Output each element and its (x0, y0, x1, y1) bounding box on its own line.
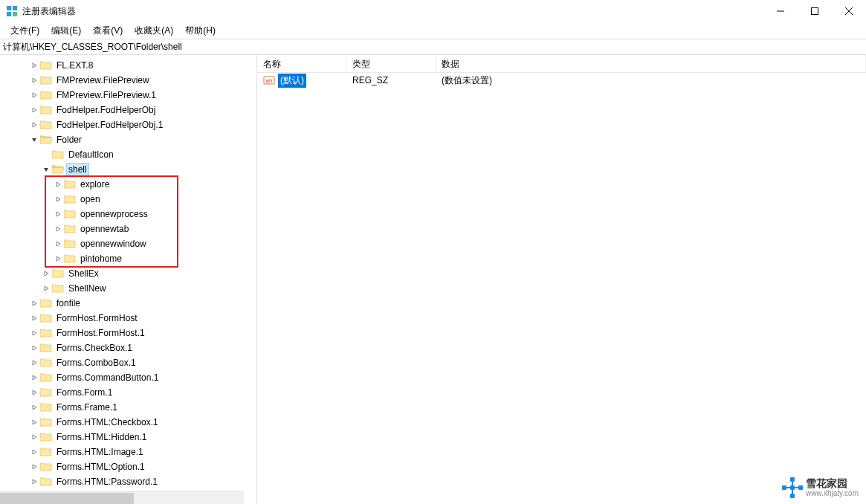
list-pane[interactable]: 名称 类型 数据 ab(默认)REG_SZ(数值未设置) (257, 55, 866, 504)
tree-item-label: DefaultIcon (67, 149, 115, 161)
menu-favorites[interactable]: 收藏夹(A) (129, 23, 179, 39)
folder-icon (64, 239, 76, 249)
tree-item[interactable]: Forms.HTML:Option.1 (0, 459, 256, 474)
tree-item[interactable]: Forms.HTML:Image.1 (0, 445, 256, 459)
tree-item[interactable]: Forms.HTML:Checkbox.1 (0, 415, 256, 430)
tree-item[interactable]: Forms.CheckBox.1 (0, 340, 256, 355)
chevron-right-icon[interactable] (30, 314, 39, 323)
menu-file[interactable]: 文件(F) (4, 23, 45, 39)
tree-item[interactable]: shell (0, 162, 256, 177)
chevron-right-icon[interactable] (54, 210, 62, 219)
tree-item[interactable]: Forms.Frame.1 (0, 400, 256, 415)
menu-edit[interactable]: 编辑(E) (45, 23, 87, 39)
tree-item[interactable]: pintohome (0, 251, 256, 266)
chevron-right-icon[interactable] (30, 448, 39, 456)
horizontal-scrollbar[interactable] (0, 491, 244, 504)
address-bar[interactable]: 计算机\HKEY_CLASSES_ROOT\Folder\shell (0, 39, 866, 55)
tree-item-label: opennewtab (79, 223, 130, 235)
tree-item[interactable]: ShellNew (0, 281, 256, 296)
folder-icon (40, 358, 52, 368)
tree-item[interactable]: Forms.HTML:Hidden.1 (0, 430, 256, 445)
folder-icon (40, 90, 52, 100)
tree-item[interactable]: open (0, 192, 256, 207)
chevron-right-icon[interactable] (54, 224, 62, 233)
chevron-right-icon[interactable] (54, 195, 62, 204)
chevron-right-icon[interactable] (54, 254, 62, 263)
tree-item[interactable]: opennewwindow (0, 236, 256, 251)
chevron-right-icon[interactable] (30, 299, 39, 308)
chevron-right-icon[interactable] (30, 120, 39, 129)
chevron-right-icon[interactable] (30, 418, 39, 427)
tree-item[interactable]: Forms.CommandButton.1 (0, 370, 256, 385)
folder-icon (64, 253, 76, 264)
tree-item[interactable]: Forms.Form.1 (0, 385, 256, 400)
tree-item[interactable]: fonfile (0, 296, 256, 311)
tree-item[interactable]: FormHost.FormHost (0, 311, 256, 326)
tree-item-label: opennewprocess (79, 208, 149, 220)
tree-item[interactable]: FMPreview.FilePreview (0, 73, 256, 88)
tree-item[interactable]: FMPreview.FilePreview.1 (0, 88, 256, 103)
tree-item[interactable]: explore (0, 177, 256, 192)
column-type[interactable]: 类型 (346, 55, 436, 72)
chevron-right-icon[interactable] (30, 462, 39, 471)
tree-item-label: FormHost.FormHost.1 (55, 327, 146, 339)
tree-item[interactable]: opennewtab (0, 222, 256, 236)
chevron-right-icon[interactable] (54, 180, 62, 189)
chevron-right-icon[interactable] (30, 91, 39, 100)
chevron-right-icon[interactable] (30, 329, 39, 337)
chevron-right-icon[interactable] (30, 106, 39, 114)
chevron-right-icon[interactable] (30, 343, 39, 352)
watermark-text: 雪花家园 www.xhjaty.com (806, 478, 859, 497)
tree-item[interactable]: FodHelper.FodHelperObj (0, 103, 256, 117)
watermark-sub: www.xhjaty.com (806, 489, 859, 497)
chevron-right-icon[interactable] (54, 239, 62, 248)
tree-item-label: FMPreview.FilePreview.1 (55, 89, 158, 101)
tree-item[interactable]: opennewprocess (0, 207, 256, 222)
menu-view[interactable]: 查看(V) (87, 23, 129, 39)
value-name: (默认) (278, 74, 306, 88)
maximize-button[interactable] (798, 0, 832, 22)
tree-item-label: Forms.Frame.1 (55, 401, 119, 413)
svg-rect-1 (13, 6, 17, 10)
tree-item[interactable]: Forms.HTML:Password.1 (0, 474, 256, 489)
chevron-right-icon[interactable] (30, 403, 39, 412)
scrollbar-thumb[interactable] (0, 493, 134, 504)
chevron-right-icon[interactable] (30, 433, 39, 442)
chevron-down-icon[interactable] (42, 165, 51, 174)
chevron-down-icon[interactable] (30, 135, 39, 144)
folder-icon (40, 328, 52, 338)
folder-icon (40, 402, 52, 413)
chevron-right-icon[interactable] (30, 388, 39, 397)
folder-icon (40, 476, 52, 487)
tree-pane[interactable]: FL.EXT.8FMPreview.FilePreviewFMPreview.F… (0, 55, 257, 504)
chevron-right-icon[interactable] (42, 284, 51, 293)
tree-item-label: fonfile (55, 297, 82, 309)
address-path: 计算机\HKEY_CLASSES_ROOT\Folder\shell (3, 41, 182, 54)
content-area: FL.EXT.8FMPreview.FilePreviewFMPreview.F… (0, 55, 866, 504)
titlebar: 注册表编辑器 (0, 0, 866, 22)
folder-icon (40, 105, 52, 115)
tree-item[interactable]: Forms.ComboBox.1 (0, 355, 256, 370)
list-row[interactable]: ab(默认)REG_SZ(数值未设置) (257, 73, 866, 88)
close-button[interactable] (832, 0, 866, 22)
menu-help[interactable]: 帮助(H) (179, 23, 222, 39)
tree-item[interactable]: ShellEx (0, 266, 256, 281)
tree-item[interactable]: FormHost.FormHost.1 (0, 326, 256, 340)
column-name[interactable]: 名称 (257, 55, 346, 72)
minimize-button[interactable] (763, 0, 798, 22)
tree-item[interactable]: DefaultIcon (0, 147, 256, 162)
tree-item[interactable]: Folder (0, 132, 256, 147)
folder-icon (40, 298, 52, 308)
column-data[interactable]: 数据 (436, 55, 866, 72)
tree-item-label: ShellEx (67, 268, 100, 280)
chevron-right-icon[interactable] (30, 358, 39, 367)
chevron-right-icon[interactable] (30, 477, 39, 486)
tree-item[interactable]: FodHelper.FodHelperObj.1 (0, 117, 256, 132)
tree-item-label: FMPreview.FilePreview (55, 74, 151, 86)
chevron-right-icon[interactable] (42, 269, 51, 278)
chevron-right-icon[interactable] (30, 76, 39, 85)
tree-item[interactable]: FL.EXT.8 (0, 58, 256, 73)
chevron-right-icon[interactable] (30, 61, 39, 70)
chevron-right-icon[interactable] (30, 373, 39, 382)
tree-item-label: Forms.ComboBox.1 (55, 357, 138, 369)
